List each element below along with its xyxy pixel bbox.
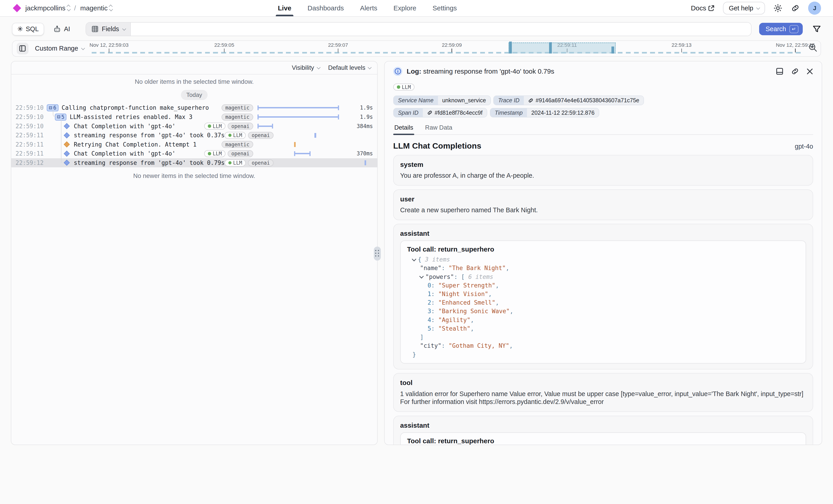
dock-panel-button[interactable] — [776, 68, 783, 75]
log-row[interactable]: 22:59:12streaming response from 'gpt-4o'… — [11, 158, 377, 168]
link-icon — [791, 4, 800, 13]
no-older-items-text: No older items in the selected time wind… — [11, 74, 377, 87]
attribute-value: unknown_service — [438, 96, 490, 105]
json-line: 4: "Agility", — [407, 316, 799, 324]
timeline-selection[interactable] — [508, 43, 616, 53]
attribute-label: Trace ID — [494, 96, 524, 105]
message-role: system — [400, 161, 806, 168]
visibility-dropdown[interactable]: Visibility — [292, 64, 319, 71]
log-detail-panel: Log: streaming response from 'gpt-4o' to… — [384, 61, 823, 445]
log-row[interactable]: 22:59:11Retrying Chat Completion. Attemp… — [11, 140, 377, 149]
collapse-caret-icon[interactable] — [420, 274, 424, 279]
detail-header: Log: streaming response from 'gpt-4o' to… — [393, 67, 813, 76]
log-row[interactable]: 22:59:11Chat Completion with 'gpt-4o'LLM… — [11, 149, 377, 158]
log-row[interactable]: 22:59:10⊟6Calling chatprompt-function ma… — [11, 103, 377, 113]
search-button[interactable]: Search ↵ — [759, 23, 803, 35]
tree-connector — [53, 110, 57, 117]
query-input[interactable] — [131, 23, 751, 36]
nav-tab-settings[interactable]: Settings — [432, 0, 457, 16]
theme-toggle-button[interactable] — [774, 4, 782, 13]
ai-mode-button[interactable]: AI — [48, 23, 75, 35]
log-tags: magentic — [221, 141, 253, 148]
org-selector[interactable]: jackmpcollins — [25, 4, 70, 12]
log-message: Retrying Chat Completion. Attempt 1 — [74, 141, 196, 148]
info-icon — [393, 67, 403, 76]
default-levels-dropdown[interactable]: Default levels — [328, 64, 371, 71]
logfire-logo-icon[interactable] — [13, 4, 21, 12]
docs-link[interactable]: Docs — [691, 4, 714, 12]
green-dot-icon — [228, 134, 232, 137]
fields-button[interactable]: Fields — [86, 23, 131, 36]
nav-tab-alerts[interactable]: Alerts — [360, 0, 377, 16]
timeline-histogram-bar — [612, 47, 614, 53]
custom-range-label: Custom Range — [35, 45, 78, 52]
enter-key-icon: ↵ — [789, 25, 799, 33]
span-diamond-icon — [64, 123, 70, 129]
get-help-label: Get help — [729, 4, 753, 12]
tab-raw-data[interactable]: Raw Data — [424, 124, 453, 134]
log-row[interactable]: 22:59:10⊟5LLM-assisted retries enabled. … — [11, 113, 377, 122]
message-card-assistant: assistantTool call: return_superhero{ 3 … — [393, 224, 813, 369]
detail-title-text: streaming response from 'gpt-4o' took 0.… — [423, 68, 554, 75]
robot-icon — [53, 25, 61, 33]
chevron-down-icon — [757, 6, 760, 10]
message-role: assistant — [400, 230, 806, 237]
tab-details[interactable]: Details — [393, 124, 414, 134]
attribute-pill-trace-id[interactable]: Trace ID#9146a6974e4e6140538043607a71c75… — [493, 96, 644, 105]
close-panel-button[interactable] — [807, 68, 813, 75]
project-selector-icon — [109, 5, 112, 11]
json-line: } — [407, 350, 799, 359]
ai-label: AI — [64, 25, 70, 33]
time-range-bar: Custom Range Nov 12, 22:59:0322:59:0522:… — [12, 41, 821, 57]
collapse-panel-button[interactable] — [17, 43, 29, 55]
log-tags: LLMopenai — [204, 123, 253, 129]
panel-resize-handle[interactable] — [374, 246, 381, 261]
sql-mode-button[interactable]: ✳ SQL — [12, 23, 44, 35]
gantt-cell — [258, 113, 349, 122]
tool-call-title: Tool call: return_superhero — [407, 437, 799, 445]
copy-link-button[interactable] — [791, 67, 799, 75]
nav-tab-live[interactable]: Live — [278, 0, 291, 16]
collapse-icon: ⊟ — [57, 114, 60, 120]
filter-button[interactable] — [812, 25, 821, 33]
share-link-button[interactable] — [791, 4, 800, 13]
today-pill[interactable]: Today — [181, 90, 208, 100]
duration-label: 370ms — [349, 150, 373, 157]
detail-tabs: DetailsRaw Data — [393, 124, 813, 135]
attribute-pill-timestamp: Timestamp2024-11-12 22:59:12.876 — [490, 108, 599, 118]
log-message: LLM-assisted retries enabled. Max 3 — [70, 114, 192, 120]
gantt-cell — [258, 121, 349, 131]
default-levels-label: Default levels — [328, 64, 365, 71]
link-icon — [791, 67, 799, 75]
custom-range-button[interactable]: Custom Range — [35, 45, 84, 52]
attribute-pill-span-id[interactable]: Span ID#fd81e8f78c4ecc9f — [393, 108, 487, 118]
log-tags: LLMopenai — [224, 160, 273, 166]
json-line: "city": "Gotham City, NY", — [407, 341, 799, 350]
message-text: You are professor A, in charge of the A-… — [400, 172, 806, 180]
docs-label: Docs — [691, 4, 706, 12]
log-timestamp: 22:59:11 — [16, 141, 47, 148]
message-card-system: systemYou are professor A, in charge of … — [393, 155, 813, 186]
message-role: user — [400, 195, 806, 203]
json-line: 5: "Stealth", — [407, 324, 799, 333]
log-list-panel: Visibility Default levels No older items… — [11, 61, 378, 445]
query-toolbar: ✳ SQL AI Fields Search ↵ — [0, 17, 833, 41]
tool-call-card: Tool call: return_superhero{ 3 items"nam… — [400, 432, 806, 445]
collapse-caret-icon[interactable] — [412, 257, 416, 261]
log-row[interactable]: 22:59:11streaming response from 'gpt-4o'… — [11, 131, 377, 140]
sql-label: SQL — [26, 25, 39, 33]
span-diamond-icon — [64, 132, 70, 138]
avatar[interactable]: J — [808, 2, 821, 15]
get-help-button[interactable]: Get help — [723, 2, 765, 15]
timeline[interactable]: Nov 12, 22:59:0322:59:0522:59:0722:59:09… — [92, 41, 816, 56]
log-timestamp: 22:59:10 — [16, 104, 47, 111]
nav-tab-explore[interactable]: Explore — [394, 0, 416, 16]
project-selector[interactable]: magentic — [80, 4, 112, 12]
breadcrumb: jackmpcollins / magentic — [25, 4, 112, 12]
log-row[interactable]: 22:59:10Chat Completion with 'gpt-4o'LLM… — [11, 121, 377, 131]
nav-tab-dashboards[interactable]: Dashboards — [308, 0, 344, 16]
collapse-badge[interactable]: ⊟6 — [47, 104, 58, 111]
org-selector-icon — [67, 5, 70, 11]
external-link-icon — [708, 5, 714, 11]
tag-magentic: magentic — [221, 141, 253, 148]
